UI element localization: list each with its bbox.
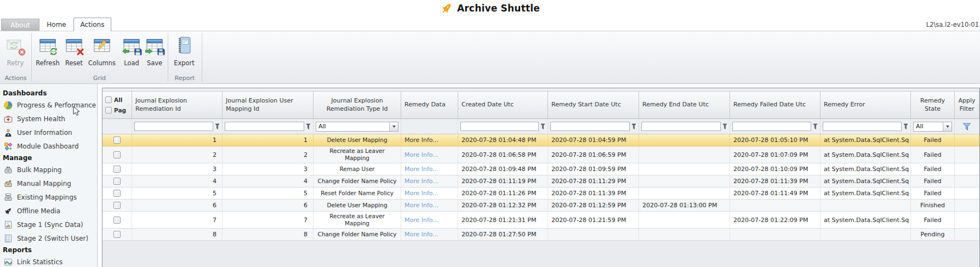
row-checkbox[interactable] <box>113 166 121 173</box>
sidebar-item-stage-1-sync-data[interactable]: Stage 1 (Sync Data) <box>0 218 97 231</box>
cell-value: 2020-07-28 01:05:10 PM <box>733 137 808 144</box>
more-info-link[interactable]: More Info... <box>404 178 438 185</box>
cell-value: at System.Data.SqlClient.Sq <box>824 151 909 158</box>
filter-input-error[interactable] <box>823 122 902 131</box>
table-row-5[interactable]: 55Reset Folder Name PolicyMore Info...20… <box>102 188 979 200</box>
reset-button[interactable]: Reset <box>62 34 86 75</box>
more-info-link[interactable]: More Info... <box>404 190 438 197</box>
more-info-link[interactable]: More Info... <box>404 151 438 158</box>
tab-about[interactable]: About <box>1 19 39 31</box>
row-checkbox[interactable] <box>113 151 121 158</box>
sidebar-item-system-health[interactable]: System Health <box>0 112 97 126</box>
column-header-remedy_data[interactable]: Remedy Data <box>401 92 458 118</box>
sidebar-item-manual-mapping[interactable]: Manual Mapping <box>0 177 97 190</box>
table-row-6[interactable]: 66Delete User MappingMore Info...2020-07… <box>102 200 979 212</box>
cell-failed: 2020-07-28 01:10:09 PM <box>730 163 821 175</box>
cell-id: 7 <box>132 212 223 228</box>
more-info-link[interactable]: More Info... <box>404 202 438 209</box>
remediation-grid: AllPagJournal Explosion Remediation IdJo… <box>102 88 980 267</box>
retry-button[interactable]: Retry <box>3 34 28 75</box>
table-row-3[interactable]: 33Remap UserMore Info...2020-07-28 01:09… <box>102 163 979 175</box>
select-all-label: All <box>114 96 122 104</box>
filter-input-start[interactable] <box>550 122 630 131</box>
chevron-down-icon <box>392 126 396 128</box>
more-info-link[interactable]: More Info... <box>404 231 438 238</box>
sidebar-item-label: Bulk Mapping <box>17 166 61 174</box>
sidebar-item-user-information[interactable]: User Information <box>0 126 97 139</box>
filter-select-type[interactable]: All <box>316 122 398 132</box>
sidebar-item-offline-media[interactable]: Offline Media <box>0 204 97 218</box>
tab-home[interactable]: Home <box>41 19 72 31</box>
column-header-type[interactable]: Journal Explosion Remediation Type Id <box>314 92 401 118</box>
column-header-state[interactable]: Remedy State <box>911 92 955 118</box>
table-row-8[interactable]: 88Change Folder Name PolicyMore Info...2… <box>102 229 979 241</box>
column-header-apply[interactable]: Apply Filter <box>955 92 979 118</box>
cell-value: at System.Data.SqlClient.Sq <box>824 137 909 144</box>
cell-value: 7 <box>213 217 216 224</box>
filter-operator-pin-icon[interactable] <box>306 123 311 130</box>
load-button[interactable]: Load <box>119 34 144 75</box>
row-checkbox[interactable] <box>113 217 121 224</box>
combo-dropdown-button[interactable] <box>389 122 398 131</box>
row-checkbox[interactable] <box>113 178 121 185</box>
filter-operator-pin-icon[interactable] <box>215 123 220 130</box>
cell-failed <box>730 229 821 240</box>
column-header-end[interactable]: Remedy End Date Utc <box>639 92 730 118</box>
save-label: Save <box>147 59 162 67</box>
save-button[interactable]: Save <box>143 34 167 75</box>
apply-filter-icon[interactable] <box>962 123 971 130</box>
table-row-1[interactable]: 11Delete User MappingMore Info...2020-07… <box>102 134 979 146</box>
more-info-link[interactable]: More Info... <box>404 166 438 173</box>
cell-start <box>548 229 639 240</box>
filter-operator-pin-icon[interactable] <box>722 123 727 130</box>
filter-operator-pin-icon[interactable] <box>813 123 818 130</box>
select-page-checkbox[interactable] <box>105 107 112 113</box>
select-all-checkbox[interactable] <box>105 96 112 103</box>
column-header-mapping_id[interactable]: Journal Explosion User Mapping Id <box>223 92 314 118</box>
row-checkbox[interactable] <box>113 137 121 144</box>
cell-value: 7 <box>304 217 307 224</box>
row-checkbox[interactable] <box>113 202 121 209</box>
filter-operator-pin-icon[interactable] <box>903 123 908 130</box>
combo-dropdown-button[interactable] <box>943 122 951 131</box>
cell-error <box>821 200 911 211</box>
cell-value: 2020-07-28 01:12:32 PM <box>461 202 536 209</box>
refresh-button[interactable]: Refresh <box>34 34 61 75</box>
sidebar-item-link-statistics[interactable]: Link Statistics <box>0 255 97 267</box>
ribbon-tab-strip: About Home Actions L2\sa.l2-ev10-01 <box>0 16 980 31</box>
save-icon <box>145 36 164 55</box>
more-info-link[interactable]: More Info... <box>404 217 438 224</box>
column-header-failed[interactable]: Remedy Failed Date Utc <box>730 92 821 118</box>
table-row-2[interactable]: 22Recreate as Leaver MappingMore Info...… <box>102 146 979 163</box>
cell-value: Failed <box>924 178 942 185</box>
sidebar-item-bulk-mapping[interactable]: Bulk Mapping <box>0 163 97 177</box>
filter-input-mapping_id[interactable] <box>225 122 304 131</box>
sidebar-item-stage-2-switch-user[interactable]: Stage 2 (Switch User) <box>0 231 97 245</box>
load-label: Load <box>124 59 139 67</box>
column-header-created[interactable]: Created Date Utc <box>458 92 548 118</box>
cell-failed: 2020-07-28 01:05:10 PM <box>730 134 821 146</box>
filter-select-state[interactable]: All <box>913 122 952 132</box>
columns-button[interactable]: Columns <box>87 34 117 75</box>
column-header-error[interactable]: Remedy Error <box>821 92 911 118</box>
sidebar-item-label: Stage 1 (Sync Data) <box>17 221 83 229</box>
sidebar-item-existing-mappings[interactable]: Existing Mappings <box>0 190 97 204</box>
sidebar-item-progress-performance[interactable]: Progress & Performance <box>0 98 97 112</box>
column-header-start[interactable]: Remedy Start Date Utc <box>548 92 639 118</box>
row-checkbox[interactable] <box>113 231 121 238</box>
tab-actions[interactable]: Actions <box>73 18 111 31</box>
filter-input-end[interactable] <box>641 122 721 131</box>
table-row-4[interactable]: 44Change Folder Name PolicyMore Info...2… <box>102 175 979 188</box>
table-row-7[interactable]: 77Recreate as Leaver MappingMore Info...… <box>102 212 979 229</box>
more-info-link[interactable]: More Info... <box>404 137 438 144</box>
filter-operator-pin-icon[interactable] <box>631 123 636 130</box>
sidebar-item-module-dashboard[interactable]: Module Dashboard <box>0 139 97 153</box>
column-header-id[interactable]: Journal Explosion Remediation Id <box>132 92 223 118</box>
filter-input-created[interactable] <box>460 122 539 131</box>
filter-operator-pin-icon[interactable] <box>540 123 545 130</box>
filter-input-failed[interactable] <box>732 122 811 131</box>
filter-input-id[interactable] <box>134 122 213 131</box>
cell-value: 6 <box>304 202 307 209</box>
export-button[interactable]: Export <box>171 34 197 75</box>
row-checkbox[interactable] <box>113 190 121 197</box>
